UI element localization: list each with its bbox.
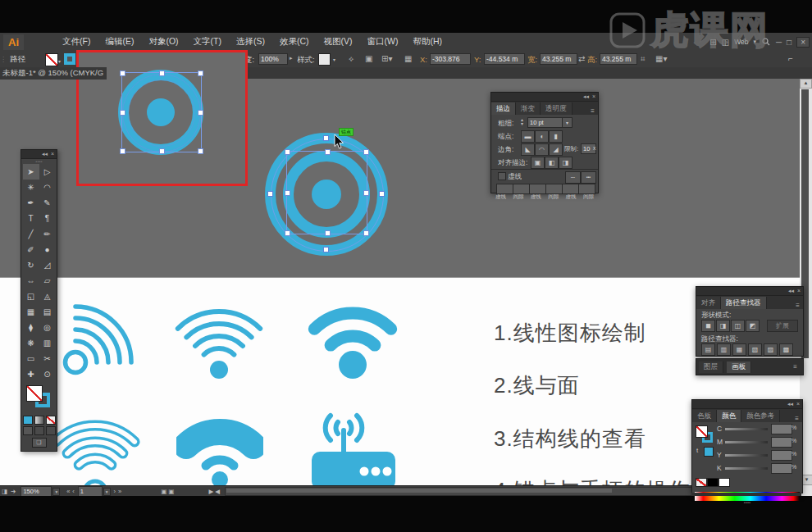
path-anchor-top[interactable] [323,135,329,141]
stepper-icon[interactable]: ▴▾ [521,118,523,126]
selection-tool[interactable]: ➤ [23,164,39,180]
scale-tool[interactable]: ◿ [39,257,56,273]
tab-transparency[interactable]: 透明度 [541,102,573,115]
paintbrush-tool[interactable]: ✏ [39,226,56,242]
status-info-icon[interactable]: ▣ [161,488,167,495]
handle-n[interactable] [325,149,331,155]
gradient-tool[interactable]: ▤ [39,304,56,320]
workspace-switcher[interactable]: Web [734,38,748,46]
more-options-icon[interactable]: ▦▾ [655,54,667,63]
shape-builder-tool[interactable]: ◱ [23,289,39,304]
brush-definition-icon[interactable]: ⟡ [349,54,354,64]
zoom-tool[interactable]: ⊙ [39,366,56,382]
width-field[interactable]: 43.255 m [540,53,577,65]
panel-resize-dots[interactable]: •••• [692,501,802,505]
fill-color-swatch[interactable] [26,385,43,402]
tab-color-guide[interactable]: 颜色参考 [741,410,780,422]
menu-help[interactable]: 帮助(H) [413,36,443,48]
panel-close-icon[interactable]: × [796,400,800,408]
direct-selection-tool[interactable]: ▷ [39,164,56,180]
panel-menu-icon[interactable]: ≡ [791,415,802,422]
bevel-join-button[interactable]: ◢ [549,143,563,156]
selection-bounding-box[interactable] [286,151,367,234]
minus-back-button[interactable]: ▩ [779,343,793,356]
pencil-tool[interactable]: ✐ [23,242,39,257]
handle-se[interactable] [198,148,203,154]
miter-join-button[interactable]: ◣ [521,143,535,156]
dash-align-button[interactable]: ┅ [581,171,596,184]
text-color-icon[interactable]: t [696,447,698,454]
align-inside-button[interactable]: ◧ [545,157,559,169]
align-center-button[interactable]: ▣ [531,157,545,169]
tab-layers[interactable]: 图层 [699,361,723,373]
screen-mode-button[interactable]: ❏ [32,438,47,448]
merge-button[interactable]: ▦ [732,343,746,356]
curvature-tool[interactable]: ✎ [39,195,56,211]
restore-button[interactable]: □ [787,38,791,47]
symbol-sprayer-tool[interactable]: ❋ [23,335,39,351]
last-artboard-button[interactable]: » [118,488,121,495]
draw-normal-button[interactable] [23,426,33,435]
gap-field-1[interactable] [513,184,530,194]
wifi-icon-outline[interactable] [49,402,141,486]
width-tool[interactable]: ⇔ [23,273,39,289]
artboard-nav-icon[interactable]: ◨ [2,488,7,495]
fill-swatch[interactable] [696,425,708,438]
handle-sw[interactable] [285,230,290,236]
hscroll-left-arrow[interactable]: ▶ [208,488,213,495]
artboard-tool[interactable]: ▭ [23,351,39,366]
magic-wand-tool[interactable]: ✳ [23,180,39,195]
perspective-grid-tool[interactable]: ◬ [39,289,56,304]
prev-artboard-button[interactable]: ‹ [72,488,75,495]
channel-k-slider[interactable] [725,467,768,470]
path-anchor-bottom[interactable] [323,247,329,252]
channel-y-slider[interactable] [725,454,768,457]
path-anchor-right[interactable] [379,191,385,197]
panel-grip[interactable]: ⋮ [0,56,5,63]
menu-window[interactable]: 窗口(W) [367,36,399,48]
gradient-mode-button[interactable] [34,416,44,425]
panel-collapse-icon[interactable]: ◂◂ [583,93,589,101]
shaper-tool[interactable]: ● [39,242,56,257]
intersect-button[interactable]: ◫ [731,320,745,332]
artboard[interactable]: 1.线性图标绘制 2.线与面 3.结构线的查看 4.锚点与手柄的操作 [0,277,800,486]
style-swatch[interactable] [318,53,331,66]
panel-close-icon[interactable]: × [797,287,801,295]
line-tool[interactable]: ╱ [23,226,39,242]
channel-y-field[interactable] [771,450,792,461]
constrain-proportions-icon[interactable]: ⇄ [578,54,585,63]
x-field[interactable]: -303.876 [430,53,471,65]
color-mode-button[interactable] [23,416,33,425]
channel-m-slider[interactable] [725,441,768,443]
handle-e[interactable] [363,190,369,196]
handle-nw[interactable] [285,149,290,155]
panel-collapse-icon[interactable]: ◂◂ [42,150,48,158]
panel-close-icon[interactable]: × [51,150,54,158]
path-anchor-left[interactable] [267,191,273,197]
draw-behind-button[interactable] [34,426,44,435]
wifi-icon-line-dot[interactable] [174,304,264,380]
tab-stroke[interactable]: 描边 [491,102,516,115]
zoom-dropdown-icon[interactable]: ▾ [52,488,60,496]
minimize-button[interactable]: ─ [776,38,782,47]
first-artboard-button[interactable]: « [66,488,70,495]
panel-collapse-icon[interactable]: ◂◂ [787,400,793,408]
channel-m-field[interactable] [771,437,792,448]
opacity-arrow-icon[interactable]: ▸ [290,55,293,61]
last-color-swatch[interactable] [704,447,714,457]
round-cap-button[interactable]: ◖ [535,130,549,143]
projecting-cap-button[interactable]: ▮ [549,130,563,143]
handle-s[interactable] [325,230,331,236]
opacity-field[interactable]: 100% [258,53,288,65]
transform-reference-icon[interactable]: ▦ [404,54,412,63]
app-logo[interactable]: Ai [3,34,24,50]
panel-collapse-icon[interactable]: ◂◂ [788,287,794,295]
close-button[interactable]: × [796,37,810,48]
dashed-line-checkbox[interactable] [498,172,506,180]
handle-e[interactable] [198,110,203,116]
expand-button[interactable]: 扩展 [767,320,798,332]
dash-field-3[interactable] [562,184,579,194]
tab-color[interactable]: 颜色 [717,410,741,422]
gap-field-2[interactable] [545,184,563,194]
align-options-icon[interactable]: ⊞▾ [381,54,392,63]
